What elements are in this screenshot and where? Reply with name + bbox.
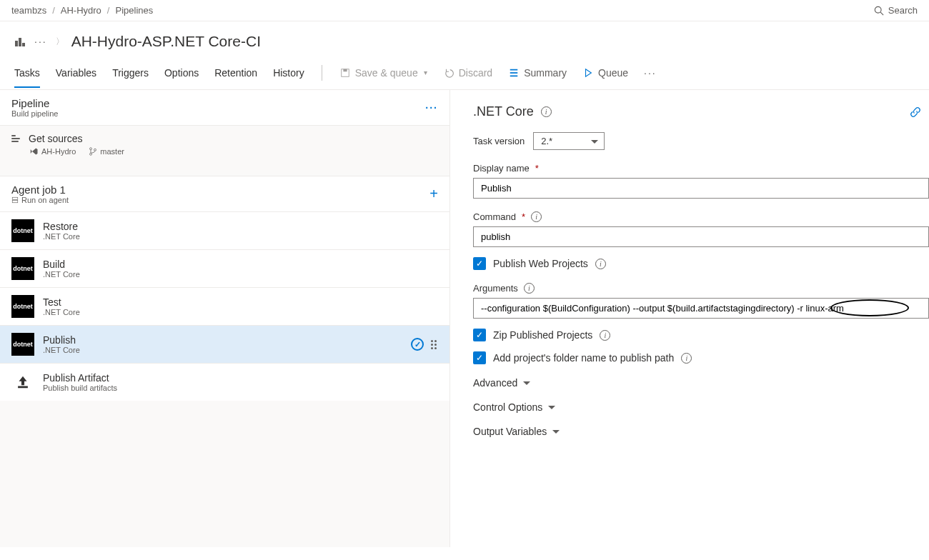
upload-icon bbox=[11, 371, 34, 394]
more-commands-button[interactable]: ··· bbox=[644, 67, 657, 79]
enabled-indicator-icon[interactable]: ✓ bbox=[411, 338, 424, 351]
task-detail-title: .NET Core i bbox=[473, 104, 929, 119]
arguments-label: Arguments bbox=[473, 283, 518, 294]
get-sources-row[interactable]: Get sources AH-Hydro master bbox=[0, 126, 449, 166]
get-sources-label: Get sources bbox=[29, 133, 82, 144]
repo-indicator: AH-Hydro bbox=[30, 147, 76, 156]
zip-published-checkbox[interactable]: ✓ bbox=[473, 329, 486, 341]
info-icon[interactable]: i bbox=[600, 330, 610, 341]
save-and-queue-button[interactable]: Save & queue ▾ bbox=[339, 67, 427, 79]
undo-icon bbox=[443, 67, 454, 79]
breadcrumb-area[interactable]: Pipelines bbox=[115, 5, 153, 16]
discard-button[interactable]: Discard bbox=[443, 67, 492, 79]
dotnet-icon: dotnet bbox=[11, 219, 34, 242]
info-icon[interactable]: i bbox=[595, 259, 606, 269]
task-version-label: Task version bbox=[473, 136, 525, 146]
publish-web-label: Publish Web Projects bbox=[493, 258, 588, 269]
section-control-options[interactable]: Control Options bbox=[473, 401, 929, 413]
task-detail-pane: .NET Core i Task version 2.* Display nam… bbox=[450, 90, 929, 547]
search-icon bbox=[874, 6, 884, 16]
info-icon[interactable]: i bbox=[531, 211, 542, 222]
agent-job-subtitle: Run on agent bbox=[11, 196, 69, 204]
svg-point-10 bbox=[90, 148, 92, 150]
task-row-restore[interactable]: dotnet Restore .NET Core bbox=[0, 211, 449, 249]
breadcrumb-org[interactable]: teambzs bbox=[11, 5, 46, 16]
tab-bar: Tasks Variables Triggers Options Retenti… bbox=[0, 56, 929, 90]
display-name-label: Display name bbox=[473, 163, 530, 174]
agent-job-row[interactable]: Agent job 1 Run on agent + bbox=[0, 176, 449, 211]
add-folder-checkbox[interactable]: ✓ bbox=[473, 351, 486, 364]
svg-rect-2 bbox=[15, 41, 18, 46]
svg-point-0 bbox=[875, 6, 881, 13]
svg-line-1 bbox=[880, 12, 883, 15]
chevron-down-icon: ▾ bbox=[424, 69, 427, 76]
svg-rect-4 bbox=[22, 43, 25, 46]
task-row-publish-artifact[interactable]: Publish Artifact Publish build artifacts bbox=[0, 363, 449, 401]
task-row-build[interactable]: dotnet Build .NET Core bbox=[0, 249, 449, 287]
command-input[interactable] bbox=[473, 226, 929, 247]
task-version-select[interactable]: 2.* bbox=[533, 132, 605, 150]
task-row-publish[interactable]: dotnet Publish .NET Core ✓ bbox=[0, 325, 449, 363]
dotnet-icon: dotnet bbox=[11, 333, 34, 356]
task-row-test[interactable]: dotnet Test .NET Core bbox=[0, 287, 449, 325]
pipeline-header[interactable]: Pipeline Build pipeline ··· bbox=[0, 90, 449, 126]
tab-history[interactable]: History bbox=[273, 59, 304, 87]
info-icon[interactable]: i bbox=[524, 283, 535, 294]
dotnet-icon: dotnet bbox=[11, 295, 34, 318]
arguments-input[interactable] bbox=[473, 298, 929, 319]
tab-retention[interactable]: Retention bbox=[214, 59, 257, 87]
branch-icon bbox=[89, 147, 97, 156]
play-icon bbox=[582, 67, 594, 79]
svg-rect-3 bbox=[19, 38, 21, 46]
info-icon[interactable]: i bbox=[681, 353, 692, 364]
summary-button[interactable]: Summary bbox=[508, 67, 567, 79]
chevron-down-icon bbox=[548, 401, 555, 413]
content-area: Pipeline Build pipeline ··· Get sources … bbox=[0, 90, 929, 547]
page-title: AH-Hydro-ASP.NET Core-CI bbox=[71, 33, 261, 50]
pipeline-tree: Pipeline Build pipeline ··· Get sources … bbox=[0, 90, 450, 547]
pipeline-more-menu[interactable]: ··· bbox=[425, 102, 438, 114]
zip-published-label: Zip Published Projects bbox=[493, 329, 592, 341]
save-icon bbox=[339, 67, 351, 79]
section-output-variables[interactable]: Output Variables bbox=[473, 426, 929, 437]
branch-indicator: master bbox=[89, 147, 124, 156]
dotnet-icon: dotnet bbox=[11, 257, 34, 280]
pipelines-icon bbox=[14, 36, 26, 47]
vs-icon bbox=[30, 147, 39, 156]
chevron-down-icon bbox=[552, 426, 560, 437]
svg-rect-14 bbox=[12, 201, 18, 203]
pipeline-subtitle: Build pipeline bbox=[11, 109, 58, 118]
chevron-down-icon bbox=[523, 377, 530, 389]
pipeline-title: Pipeline bbox=[11, 97, 58, 109]
tab-variables[interactable]: Variables bbox=[56, 59, 96, 87]
server-icon bbox=[11, 196, 19, 204]
page-header: ··· 〉 AH-Hydro-ASP.NET Core-CI bbox=[0, 21, 929, 56]
svg-point-11 bbox=[90, 153, 92, 155]
svg-rect-13 bbox=[12, 197, 18, 199]
publish-web-checkbox[interactable]: ✓ bbox=[473, 257, 486, 270]
search-label: Search bbox=[888, 5, 918, 16]
svg-point-12 bbox=[94, 149, 96, 151]
agent-job-title: Agent job 1 bbox=[11, 184, 69, 196]
display-name-input[interactable] bbox=[473, 178, 929, 199]
header-more-menu[interactable]: ··· bbox=[34, 36, 47, 47]
queue-button[interactable]: Queue bbox=[582, 67, 628, 79]
chevron-right-icon: 〉 bbox=[56, 36, 64, 48]
global-breadcrumb: teambzs / AH-Hydro / Pipelines Search bbox=[0, 0, 929, 21]
section-advanced[interactable]: Advanced bbox=[473, 377, 929, 389]
tab-triggers[interactable]: Triggers bbox=[112, 59, 149, 87]
list-icon bbox=[508, 67, 520, 79]
command-label: Command bbox=[473, 211, 516, 222]
search-button[interactable]: Search bbox=[874, 5, 918, 16]
add-folder-label: Add project's folder name to publish pat… bbox=[493, 352, 674, 364]
add-task-button[interactable]: + bbox=[429, 186, 438, 202]
info-icon[interactable]: i bbox=[541, 106, 552, 117]
link-settings-icon[interactable] bbox=[909, 106, 922, 119]
drag-handle[interactable] bbox=[431, 340, 438, 349]
sources-icon bbox=[11, 135, 21, 142]
tab-options[interactable]: Options bbox=[164, 59, 199, 87]
svg-rect-15 bbox=[18, 386, 28, 389]
svg-rect-6 bbox=[343, 69, 347, 71]
tab-tasks[interactable]: Tasks bbox=[14, 59, 40, 87]
breadcrumb-project[interactable]: AH-Hydro bbox=[61, 5, 101, 16]
